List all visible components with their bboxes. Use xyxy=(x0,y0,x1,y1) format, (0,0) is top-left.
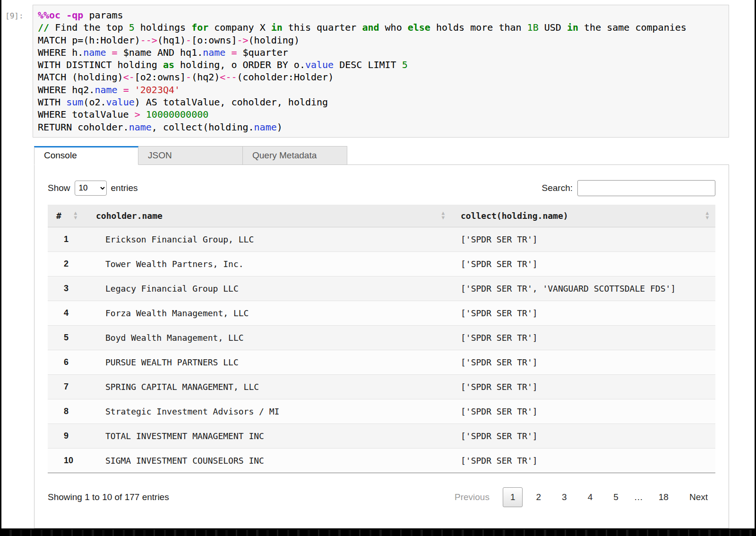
code-line: RETURN coholder.name, collect(holding.na… xyxy=(38,121,724,133)
clipped-cell-artifact xyxy=(1,528,755,536)
row-index: 4 xyxy=(48,301,88,325)
page-button-2[interactable]: 2 xyxy=(528,487,549,507)
coholder-name-cell: SPRING CAPITAL MANAGEMENT, LLC xyxy=(88,374,451,399)
show-label: Show xyxy=(48,183,70,193)
page-button-3[interactable]: 3 xyxy=(554,487,575,507)
coholder-name-cell: Boyd Wealth Management, LLC xyxy=(88,325,451,350)
entries-label: entries xyxy=(111,183,138,193)
row-index: 6 xyxy=(48,350,88,374)
holdings-cell: ['SPDR SER TR'] xyxy=(451,251,715,276)
holdings-cell: ['SPDR SER TR'] xyxy=(451,227,715,251)
code-line: MATCH (holding)<-[o2:owns]-(hq2)<--(coho… xyxy=(38,71,724,83)
column-header-collect-holding.name-[interactable]: collect(holding.name)▲▼ xyxy=(451,205,715,227)
holdings-cell: ['SPDR SER TR', 'VANGUARD SCOTTSDALE FDS… xyxy=(451,276,715,301)
row-index: 9 xyxy=(48,424,88,448)
coholder-name-cell: Strategic Investment Advisors / MI xyxy=(88,399,451,424)
table-row: 9TOTAL INVESTMENT MANAGEMENT INC['SPDR S… xyxy=(48,424,715,448)
execution-count: [9]: xyxy=(5,5,27,20)
sort-icon: ▲▼ xyxy=(705,211,709,220)
column-header-index[interactable]: #▲▼ xyxy=(48,205,88,227)
row-index: 8 xyxy=(48,399,88,424)
sort-icon: ▲▼ xyxy=(74,211,77,220)
coholder-name-cell: Erickson Financial Group, LLC xyxy=(88,227,451,251)
code-line: // Find the top 5 holdings for company X… xyxy=(38,21,724,34)
coholder-name-cell: Legacy Financial Group LLC xyxy=(88,276,451,301)
tab-json[interactable]: JSON xyxy=(138,146,243,165)
coholder-name-cell: SIGMA INVESTMENT COUNSELORS INC xyxy=(88,448,451,473)
search-control: Search: xyxy=(542,180,715,196)
page-size-select[interactable]: 10 xyxy=(75,181,107,196)
code-line: WITH sum(o2.value) AS totalValue, cohold… xyxy=(38,96,724,108)
table-row: 1Erickson Financial Group, LLC['SPDR SER… xyxy=(48,227,715,251)
pagination: Previous12345…18Next xyxy=(447,487,715,507)
table-body: 1Erickson Financial Group, LLC['SPDR SER… xyxy=(48,227,715,473)
page-size-control: Show 10 entries xyxy=(48,181,138,196)
column-label: coholder.name xyxy=(96,211,163,221)
page-button-5[interactable]: 5 xyxy=(606,487,626,507)
code-line: WHERE totalValue > 10000000000 xyxy=(38,108,724,121)
row-index: 7 xyxy=(48,374,88,399)
coholder-name-cell: Tower Wealth Partners, Inc. xyxy=(88,251,451,276)
pagination-ellipsis: … xyxy=(632,487,645,507)
table-controls: Show 10 entries Search: xyxy=(48,180,715,196)
coholder-name-cell: PURSUE WEALTH PARTNERS LLC xyxy=(88,350,451,374)
column-label: # xyxy=(56,211,61,221)
table-row: 10SIGMA INVESTMENT COUNSELORS INC['SPDR … xyxy=(48,448,715,473)
holdings-cell: ['SPDR SER TR'] xyxy=(451,350,715,374)
page-button-1[interactable]: 1 xyxy=(503,487,523,507)
table-row: 4Forza Wealth Management, LLC['SPDR SER … xyxy=(48,301,715,325)
sort-icon: ▲▼ xyxy=(441,211,445,220)
code-line: WITH DISTINCT holding as holding, o ORDE… xyxy=(38,59,724,71)
code-line: MATCH p=(h:Holder)-->(hq1)-[o:owns]->(ho… xyxy=(38,34,724,46)
search-input[interactable] xyxy=(577,180,715,196)
console-panel: Show 10 entries Search: #▲▼coholder.name… xyxy=(34,164,729,528)
column-header-coholder.name[interactable]: coholder.name▲▼ xyxy=(88,205,451,227)
table-row: 3Legacy Financial Group LLC['SPDR SER TR… xyxy=(48,276,715,301)
tab-console[interactable]: Console xyxy=(34,146,138,165)
code-line: %%oc -qp params xyxy=(38,9,724,21)
code-line: WHERE h.name = $name AND hq1.name = $qua… xyxy=(38,46,724,59)
page-button-18[interactable]: 18 xyxy=(651,487,676,507)
table-row: 6PURSUE WEALTH PARTNERS LLC['SPDR SER TR… xyxy=(48,350,715,374)
row-index: 10 xyxy=(48,448,88,473)
holdings-cell: ['SPDR SER TR'] xyxy=(451,374,715,399)
previous-button[interactable]: Previous xyxy=(447,487,497,507)
row-index: 1 xyxy=(48,227,88,251)
results-table: #▲▼coholder.name▲▼collect(holding.name)▲… xyxy=(48,205,715,473)
table-row: 8Strategic Investment Advisors / MI['SPD… xyxy=(48,399,715,424)
code-line: WHERE hq2.name = '2023Q4' xyxy=(38,84,724,96)
holdings-cell: ['SPDR SER TR'] xyxy=(451,448,715,473)
next-button[interactable]: Next xyxy=(682,487,715,507)
table-row: 7SPRING CAPITAL MANAGEMENT, LLC['SPDR SE… xyxy=(48,374,715,399)
coholder-name-cell: Forza Wealth Management, LLC xyxy=(88,301,451,325)
table-header-row: #▲▼coholder.name▲▼collect(holding.name)▲… xyxy=(48,205,715,227)
holdings-cell: ['SPDR SER TR'] xyxy=(451,424,715,448)
code-editor[interactable]: %%oc -qp params// Find the top 5 holding… xyxy=(33,5,729,138)
table-row: 5Boyd Wealth Management, LLC['SPDR SER T… xyxy=(48,325,715,350)
holdings-cell: ['SPDR SER TR'] xyxy=(451,325,715,350)
column-label: collect(holding.name) xyxy=(461,211,568,221)
holdings-cell: ['SPDR SER TR'] xyxy=(451,399,715,424)
row-index: 2 xyxy=(48,251,88,276)
code-cell: [9]: %%oc -qp params// Find the top 5 ho… xyxy=(1,0,755,138)
table-info: Showing 1 to 10 of 177 entries xyxy=(48,492,169,502)
row-index: 5 xyxy=(48,325,88,350)
table-footer: Showing 1 to 10 of 177 entries Previous1… xyxy=(48,487,715,507)
notebook-page: [9]: %%oc -qp params// Find the top 5 ho… xyxy=(0,0,756,536)
output-area: ConsoleJSONQuery Metadata Show 10 entrie… xyxy=(34,146,729,528)
page-button-4[interactable]: 4 xyxy=(580,487,601,507)
tab-bar: ConsoleJSONQuery Metadata xyxy=(34,146,729,164)
search-label: Search: xyxy=(542,183,573,193)
table-row: 2Tower Wealth Partners, Inc.['SPDR SER T… xyxy=(48,251,715,276)
holdings-cell: ['SPDR SER TR'] xyxy=(451,301,715,325)
tab-query-metadata[interactable]: Query Metadata xyxy=(243,146,347,165)
coholder-name-cell: TOTAL INVESTMENT MANAGEMENT INC xyxy=(88,424,451,448)
row-index: 3 xyxy=(48,276,88,301)
